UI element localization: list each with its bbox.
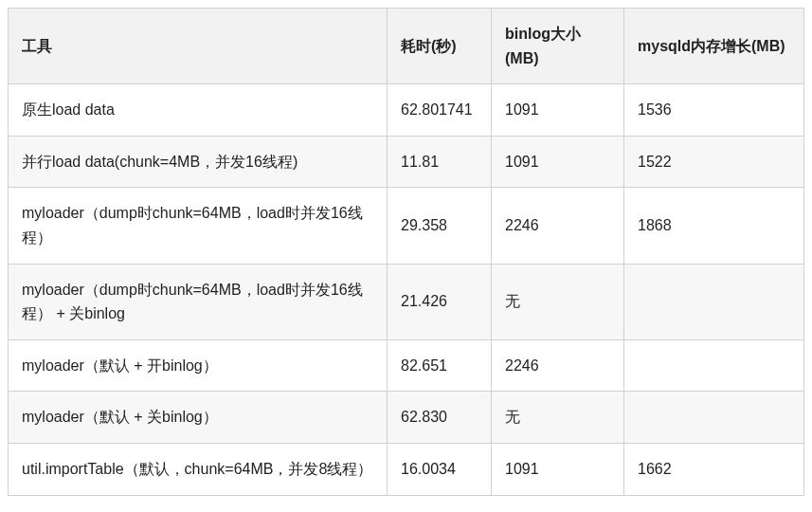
cell-mem	[624, 264, 804, 339]
cell-time: 29.358	[388, 188, 492, 264]
cell-binlog: 2246	[492, 188, 624, 264]
cell-binlog: 无	[492, 264, 624, 339]
cell-mem: 1868	[624, 188, 804, 264]
cell-tool: myloader（默认 + 开binlog）	[9, 339, 388, 392]
cell-mem	[624, 339, 804, 392]
cell-binlog: 1091	[492, 443, 624, 495]
table-row: myloader（dump时chunk=64MB，load时并发16线程） 29…	[9, 188, 804, 264]
table-row: myloader（dump时chunk=64MB，load时并发16线程） + …	[9, 264, 804, 339]
cell-binlog: 1091	[492, 136, 624, 188]
cell-tool: 并行load data(chunk=4MB，并发16线程)	[9, 136, 388, 188]
cell-time: 11.81	[388, 136, 492, 188]
cell-mem: 1522	[624, 136, 804, 188]
table-row: 并行load data(chunk=4MB，并发16线程) 11.81 1091…	[9, 136, 804, 188]
header-binlog: binlog大小(MB)	[492, 9, 624, 84]
table-row: util.importTable（默认，chunk=64MB，并发8线程） 16…	[9, 443, 804, 495]
cell-binlog: 1091	[492, 84, 624, 137]
cell-binlog: 2246	[492, 339, 624, 392]
cell-tool: myloader（默认 + 关binlog）	[9, 392, 388, 444]
cell-tool: myloader（dump时chunk=64MB，load时并发16线程）	[9, 188, 388, 264]
table-row: 原生load data 62.801741 1091 1536	[9, 84, 804, 137]
cell-mem: 1536	[624, 84, 804, 137]
header-tool: 工具	[9, 9, 388, 84]
cell-time: 62.830	[388, 392, 492, 444]
cell-time: 21.426	[388, 264, 492, 339]
table-header-row: 工具 耗时(秒) binlog大小(MB) mysqld内存增长(MB)	[9, 9, 804, 84]
header-time: 耗时(秒)	[388, 9, 492, 84]
cell-tool: 原生load data	[9, 84, 388, 137]
cell-time: 82.651	[388, 339, 492, 392]
cell-time: 62.801741	[388, 84, 492, 137]
header-mem: mysqld内存增长(MB)	[624, 9, 804, 84]
comparison-table: 工具 耗时(秒) binlog大小(MB) mysqld内存增长(MB) 原生l…	[8, 8, 804, 496]
cell-time: 16.0034	[388, 443, 492, 495]
cell-mem	[624, 392, 804, 444]
cell-mem: 1662	[624, 443, 804, 495]
table-row: myloader（默认 + 开binlog） 82.651 2246	[9, 339, 804, 392]
cell-tool: util.importTable（默认，chunk=64MB，并发8线程）	[9, 443, 388, 495]
cell-binlog: 无	[492, 392, 624, 444]
cell-tool: myloader（dump时chunk=64MB，load时并发16线程） + …	[9, 264, 388, 339]
table-row: myloader（默认 + 关binlog） 62.830 无	[9, 392, 804, 444]
